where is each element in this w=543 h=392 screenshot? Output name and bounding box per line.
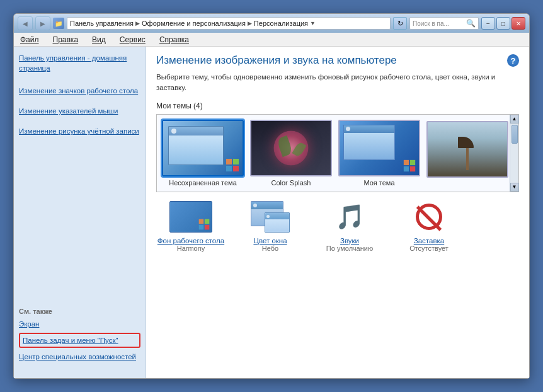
wallpaper-icon (169, 200, 213, 234)
sounds-label-top: Звуки (340, 237, 359, 245)
folder-icon: 📁 (53, 18, 64, 29)
scroll-thumb[interactable] (512, 125, 518, 144)
theme-name-color-splash: Color Splash (272, 179, 311, 187)
maximize-button[interactable]: □ (496, 17, 510, 30)
svg-rect-2 (226, 166, 232, 171)
svg-rect-7 (410, 166, 415, 171)
themes-label: Мои темы (4) (156, 101, 519, 110)
main-window: ◀ ▶ 📁 Панель управления ▶ Оформление и п… (13, 13, 530, 379)
search-placeholder-text: Поиск в па... (413, 20, 449, 27)
content-area: Панель управления - домашняя страница Из… (14, 47, 529, 378)
sidebar-link-icons[interactable]: Изменение значков рабочего стола (19, 86, 140, 96)
screensaver-icon (407, 200, 451, 234)
screensaver-label-top: Заставка (414, 237, 444, 245)
theme-item-extra[interactable] (426, 121, 508, 187)
sidebar-link-home[interactable]: Панель управления - домашняя страница (19, 53, 140, 73)
themes-grid: Несохраненная тема Color Splas (162, 120, 513, 187)
breadcrumb-arrow-3: ▼ (310, 20, 316, 26)
sounds-label-bottom: По умолчанию (326, 245, 373, 252)
svg-rect-8 (199, 219, 204, 224)
themes-scrollbar[interactable]: ▲ ▼ (510, 115, 518, 192)
page-title: Изменение изображения и звука на компьют… (156, 54, 507, 67)
theme-preview-extra (426, 121, 508, 178)
menu-help[interactable]: Справка (156, 34, 193, 45)
address-field[interactable]: Панель управления ▶ Оформление и персона… (67, 17, 391, 30)
menu-file[interactable]: Файл (16, 34, 43, 45)
menu-bar: Файл Правка Вид Сервис Справка (14, 33, 529, 47)
window-color-label-top: Цвет окна (253, 237, 287, 245)
sidebar: Панель управления - домашняя страница Из… (14, 47, 146, 378)
personalization-row: Фон рабочего стола Harmony (156, 200, 519, 252)
svg-rect-0 (226, 159, 232, 164)
svg-rect-9 (205, 219, 210, 224)
sidebar-link-screen[interactable]: Экран (19, 319, 140, 329)
sounds-icon: 🎵 (328, 200, 372, 234)
main-panel: Изменение изображения и звука на компьют… (146, 47, 529, 378)
sidebar-link-mouse[interactable]: Изменение указателей мыши (19, 106, 140, 116)
theme-name-unsaved: Несохраненная тема (169, 179, 237, 187)
svg-rect-4 (404, 159, 409, 164)
refresh-icon: ↻ (397, 20, 403, 28)
see-also-label: См. также (19, 308, 140, 315)
search-icon: 🔍 (466, 19, 476, 28)
address-part-3: Персонализация (254, 20, 308, 27)
forward-icon: ▶ (40, 20, 45, 27)
theme-preview-my-theme (338, 120, 420, 176)
menu-edit[interactable]: Правка (49, 34, 83, 45)
search-bar[interactable]: Поиск в па... 🔍 (409, 17, 479, 30)
themes-grid-container: Несохраненная тема Color Splas (156, 114, 519, 192)
help-button[interactable]: ? (507, 54, 519, 67)
pers-item-screensaver[interactable]: Заставка Отсутствует (394, 200, 464, 252)
theme-name-my-theme: Моя тема (363, 179, 394, 187)
svg-rect-3 (233, 166, 239, 171)
page-description: Выберите тему, чтобы одновременно измени… (156, 72, 507, 94)
windows-logo-my-theme (403, 159, 416, 173)
forward-button[interactable]: ▶ (35, 16, 50, 30)
breadcrumb-arrow-2: ▶ (248, 20, 252, 26)
address-part-2: Оформление и персонализация (142, 20, 246, 27)
screensaver-label-bottom: Отсутствует (409, 245, 449, 252)
svg-rect-5 (410, 159, 415, 164)
sidebar-link-account[interactable]: Изменение рисунка учётной записи (19, 126, 140, 136)
window-color-icon (248, 200, 292, 234)
address-part-1: Панель управления (70, 20, 134, 27)
menu-view[interactable]: Вид (88, 34, 110, 45)
wallpaper-label-bottom: Harmony (177, 245, 205, 252)
svg-rect-10 (199, 225, 204, 230)
svg-rect-6 (404, 166, 409, 171)
refresh-button[interactable]: ↻ (393, 17, 407, 30)
minimize-button[interactable]: − (481, 17, 495, 30)
back-button[interactable]: ◀ (18, 16, 33, 30)
theme-item-color-splash[interactable]: Color Splash (250, 120, 332, 187)
windows-logo-unsaved (225, 158, 240, 173)
wallpaper-windows-logo (198, 218, 210, 231)
window-color-label-bottom: Небо (262, 245, 278, 252)
scroll-down-button[interactable]: ▼ (510, 183, 519, 192)
svg-rect-1 (233, 159, 239, 164)
title-bar-controls: − □ ✕ (481, 17, 525, 30)
theme-item-my-theme[interactable]: Моя тема (338, 120, 420, 187)
sidebar-link-taskbar[interactable]: Панель задач и меню "Пуск" (19, 333, 140, 348)
svg-rect-11 (205, 225, 210, 230)
title-bar: ◀ ▶ 📁 Панель управления ▶ Оформление и п… (14, 14, 529, 33)
pers-item-sounds[interactable]: 🎵 Звуки По умолчанию (315, 200, 384, 252)
theme-preview-unsaved (162, 120, 244, 176)
pers-item-wallpaper[interactable]: Фон рабочего стола Harmony (156, 200, 226, 252)
scroll-up-button[interactable]: ▲ (510, 115, 519, 124)
sidebar-link-accessibility[interactable]: Центр специальных возможностей (19, 352, 140, 362)
wallpaper-label-top: Фон рабочего стола (157, 237, 224, 245)
theme-preview-color-splash (250, 120, 332, 176)
breadcrumb-arrow-1: ▶ (135, 20, 140, 26)
pers-item-window-color[interactable]: Цвет окна Небо (236, 200, 305, 252)
title-bar-left: ◀ ▶ 📁 Панель управления ▶ Оформление и п… (18, 16, 479, 30)
theme-item-unsaved[interactable]: Несохраненная тема (162, 120, 244, 187)
menu-service[interactable]: Сервис (116, 34, 149, 45)
close-button[interactable]: ✕ (512, 17, 525, 30)
back-icon: ◀ (23, 20, 28, 27)
